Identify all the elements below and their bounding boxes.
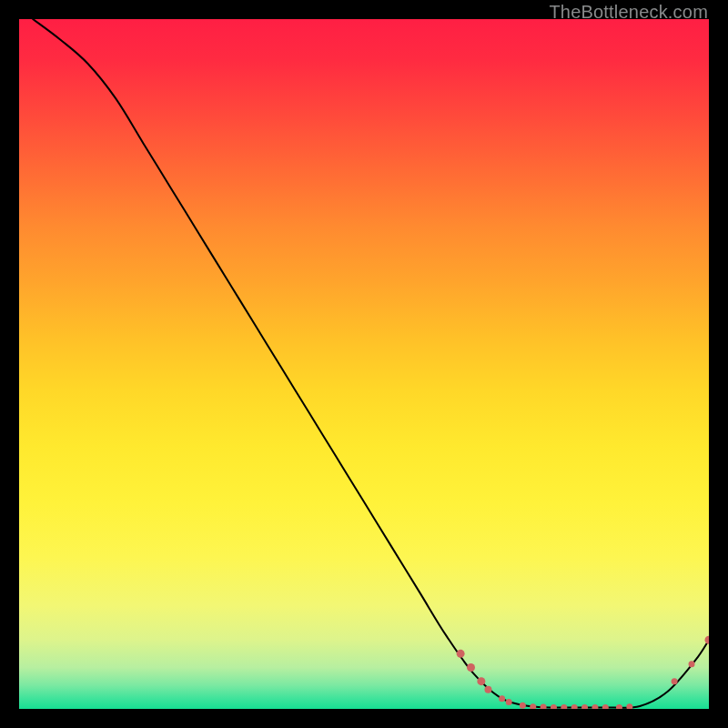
plot-area bbox=[19, 19, 709, 709]
curve-marker bbox=[672, 678, 678, 684]
curve-marker bbox=[689, 661, 695, 667]
watermark-text: TheBottleneck.com bbox=[549, 2, 708, 23]
curve-marker bbox=[520, 703, 526, 709]
curve-marker bbox=[499, 695, 505, 702]
curve-marker bbox=[484, 686, 491, 693]
chart-stage: TheBottleneck.com bbox=[0, 0, 728, 728]
curve-marker bbox=[477, 677, 485, 685]
curve-marker bbox=[457, 650, 465, 658]
gradient-background bbox=[19, 19, 709, 709]
curve-marker bbox=[506, 699, 512, 705]
curve-marker bbox=[467, 663, 475, 672]
chart-svg bbox=[19, 19, 709, 709]
